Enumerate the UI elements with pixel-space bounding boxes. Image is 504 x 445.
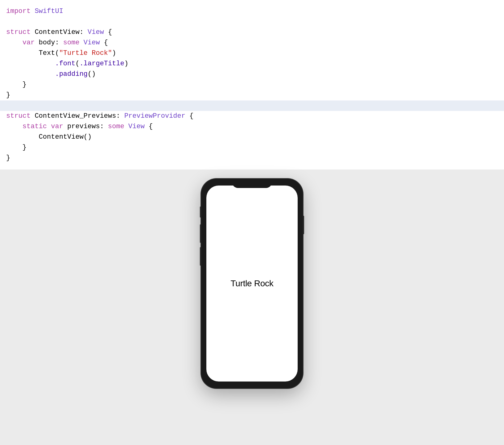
preview-text: Turtle Rock <box>231 279 274 288</box>
method-font: .font <box>55 60 75 67</box>
iphone-volume-up-button <box>200 224 201 243</box>
code-line-3: struct ContentView: View { <box>0 27 504 38</box>
string-turtle-rock: "Turtle Rock" <box>59 49 112 57</box>
type-view-3: View <box>128 123 145 130</box>
preview-area: Turtle Rock CSDN @Forever_wj <box>0 169 504 445</box>
keyword-struct-2: struct <box>6 112 31 120</box>
method-largeTitle: .largeTitle <box>80 60 124 67</box>
code-line-6: .font(.largeTitle) <box>0 59 504 69</box>
keyword-var-2: var <box>51 123 63 130</box>
iphone-screen: Turtle Rock <box>206 186 298 382</box>
keyword-var-1: var <box>23 39 35 47</box>
type-view-2: View <box>84 39 100 47</box>
iphone-mute-button <box>200 206 201 218</box>
method-padding: .padding <box>55 70 88 78</box>
code-line-9: } <box>0 90 504 100</box>
code-line-4: var body: some View { <box>0 38 504 48</box>
type-previewprovider: PreviewProvider <box>124 112 185 120</box>
code-line-13: ContentView() <box>0 132 504 142</box>
type-swiftui: SwiftUI <box>35 7 63 15</box>
code-line-7: .padding() <box>0 69 504 80</box>
code-line-11: struct ContentView_Previews: PreviewProv… <box>0 111 504 121</box>
iphone-frame: Turtle Rock <box>201 179 303 388</box>
type-view-1: View <box>88 28 104 36</box>
iphone-power-button <box>303 216 304 234</box>
iphone-volume-down-button <box>200 247 201 266</box>
code-line-14: } <box>0 142 504 153</box>
keyword-some-1: some <box>63 39 80 47</box>
keyword-static: static <box>23 123 47 130</box>
code-editor: import SwiftUI struct ContentView: View … <box>0 0 504 169</box>
keyword-some-2: some <box>108 123 124 130</box>
code-line-15: } <box>0 153 504 163</box>
code-line-5: Text("Turtle Rock") <box>0 48 504 59</box>
code-line-12: static var previews: some View { <box>0 121 504 132</box>
code-line-1: import SwiftUI <box>0 6 504 17</box>
code-line-10 <box>0 100 504 111</box>
code-line-2 <box>0 17 504 27</box>
keyword-import: import <box>6 7 31 15</box>
iphone-notch <box>232 179 272 188</box>
code-line-8: } <box>0 80 504 90</box>
keyword-struct-1: struct <box>6 28 31 36</box>
